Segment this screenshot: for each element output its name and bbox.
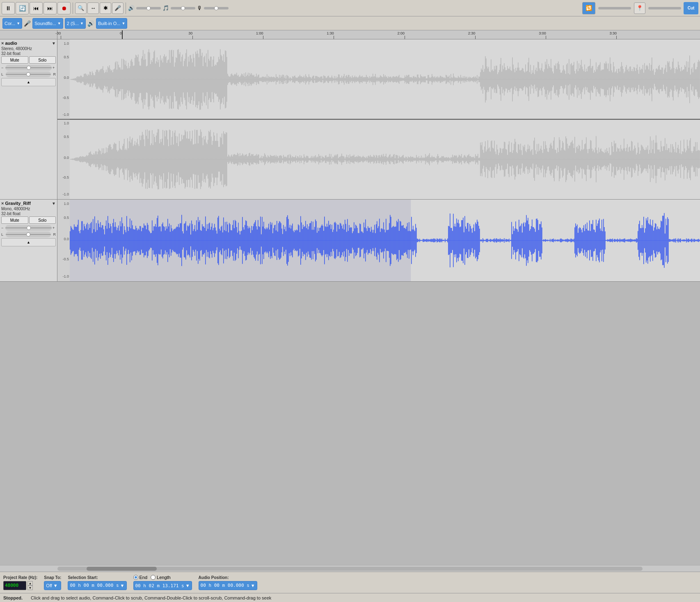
loop-button[interactable]: 🔄 [16,2,29,14]
gravity-track-close[interactable]: × [1,201,4,206]
multi-tool[interactable]: ✱ [100,2,111,14]
mic-select[interactable]: Soundflo... ▼ [32,18,63,29]
audio-pan-l: L [1,72,3,76]
selection-start-select[interactable]: 00 h 00 m 00.000 s ▼ [68,581,126,590]
skip-next-button[interactable]: ⏭ [43,2,57,14]
length-radio-label: Length [157,575,171,580]
project-rate-input[interactable] [3,581,26,590]
audio-position-label: Audio Position: [199,575,257,580]
statusbar: Stopped. Click and drag to select audio,… [0,593,700,602]
project-select[interactable]: Cor... ▼ [2,18,22,29]
audio-gain-row: − + [1,65,56,71]
mic-tool[interactable]: 🎤 [112,2,124,14]
selection-start-group: Selection Start: 00 h 00 m 00.000 s ▼ [68,575,126,590]
end-radio-item[interactable]: End [133,575,148,580]
snap-tool[interactable]: 📍 [634,2,645,14]
loop-tool[interactable]: 🔁 [582,2,595,14]
gravity-pan-row: L R [1,232,56,237]
project-rate-up[interactable]: ▲ [27,581,33,586]
ruler-mark: 2:00 [405,36,405,39]
selection-start-label: Selection Start: [68,575,126,580]
gravity-pan-slider[interactable] [6,232,50,237]
timeline-ruler[interactable]: -30 0 30 1:00 1:30 2:00 2:30 3:00 [0,30,700,39]
mic-select-arrow: ▼ [57,21,61,25]
gravity-track-btn-row: Mute Solo [1,216,56,224]
gravity-mute-button[interactable]: Mute [1,216,28,224]
gravity-waveform[interactable] [57,200,700,281]
zoom-tool[interactable]: 🔍 [75,2,87,14]
hscrollbar[interactable] [0,565,700,572]
ruler-mark: 30 [192,36,193,39]
selection-start-arrow: ▼ [120,583,125,588]
gravity-gain-slider[interactable] [5,225,52,231]
empty-track-area [0,282,700,565]
ruler-mark: 3:00 [546,36,546,39]
ruler-mark: 2:30 [475,36,476,39]
audio-position-select[interactable]: 00 h 00 m 00.000 s ▼ [199,581,257,590]
audio-gain-slider[interactable] [5,65,52,71]
audio-scroll-btn[interactable]: ▲ [1,78,56,86]
end-radio[interactable] [133,575,138,580]
end-length-group: End Length 00 h 02 m 13.171 s ▼ [133,575,192,590]
snap-to-group: Snap To: Off ▼ [44,575,61,590]
audio-waveform-canvas [57,39,700,199]
audio-gain-minus: − [1,66,5,70]
speaker-icon-bar: 🔊 [87,20,94,27]
ruler-label-area [0,30,57,39]
gravity-scroll-btn[interactable]: ▲ [1,238,56,246]
gravity-solo-button[interactable]: Solo [29,216,56,224]
audio-solo-button[interactable]: Solo [29,56,56,64]
project-rate-group: Project Rate (Hz): ▲ ▼ [3,575,37,590]
tracks-container: × audio ▼ Stereo, 48000Hz 32-bit float M… [0,39,700,565]
audio-pan-r: R [53,72,56,76]
audio-track-btn-row: Mute Solo [1,56,56,64]
playback-cursor [122,30,123,39]
length-radio[interactable] [151,575,156,580]
gravity-track-dropdown[interactable]: ▼ [52,201,56,206]
gravity-gain-minus: − [1,226,5,230]
stop-prev-button[interactable]: ⏮ [30,2,43,14]
gravity-track-info1: Mono, 48000Hz [1,207,56,211]
ruler-marks-area: -30 0 30 1:00 1:30 2:00 2:30 3:00 [57,30,700,39]
length-radio-item[interactable]: Length [151,575,171,580]
gravity-track-info2: 32-bit float [1,211,56,216]
toolbar-sep-1 [73,2,73,14]
gravity-pan-l: L [1,232,3,237]
audio-pan-row: L R [1,71,56,77]
hscrollbar-thumb[interactable] [87,567,157,571]
gravity-track-header: × Gravity_Riff ▼ [1,201,56,206]
project-rate-label: Project Rate (Hz): [3,575,37,580]
end-value-select[interactable]: 00 h 02 m 13.171 s ▼ [133,581,192,590]
gravity-gain-plus: + [53,226,56,230]
snap-to-select[interactable]: Off ▼ [44,581,61,590]
audio-mute-button[interactable]: Mute [1,56,28,64]
output-select[interactable]: Built-in O... ▼ [96,18,127,29]
end-length-radio-group: End Length [133,575,192,580]
ruler-mark: 1:00 [263,36,263,39]
project-rate-spinner[interactable]: ▲ ▼ [27,581,33,590]
project-rate-input-row: ▲ ▼ [3,581,37,590]
toolbar: ⏸ 🔄 ⏮ ⏭ ⏺ 🔍 ↔ ✱ 🎤 🔊 🎵 🎙 🔁 📍 Cut [0,0,700,16]
mic-icon: 🎤 [24,20,31,27]
bottom-controls: Project Rate (Hz): ▲ ▼ Snap To: Off ▼ Se… [0,572,700,593]
audio-track-info1: Stereo, 48000Hz [1,46,56,51]
gravity-pan-r: R [53,232,56,237]
devicebar: Cor... ▼ 🎤 Soundflo... ▼ 2 (S... ▼ 🔊 Bui… [0,16,700,30]
project-rate-down[interactable]: ▼ [27,586,33,590]
gravity-track-controls: × Gravity_Riff ▼ Mono, 48000Hz 32-bit fl… [0,200,57,281]
audio-position-arrow: ▼ [251,583,255,588]
gravity-gain-row: − + [1,225,56,231]
audio-waveform[interactable] [57,39,700,199]
record-button[interactable]: ⏺ [57,2,71,14]
audio-track-close[interactable]: × [1,41,4,46]
audio-track-dropdown[interactable]: ▼ [52,41,56,46]
hscrollbar-track[interactable] [57,567,643,571]
channels-select[interactable]: 2 (S... ▼ [65,18,86,29]
output-select-arrow: ▼ [121,21,125,25]
fit-tool[interactable]: ↔ [87,2,99,14]
snap-to-label: Snap To: [44,575,61,580]
pause-button[interactable]: ⏸ [2,2,15,14]
channels-select-arrow: ▼ [80,21,84,25]
cut-button[interactable]: Cut [684,2,698,14]
audio-pan-slider[interactable] [6,71,50,77]
